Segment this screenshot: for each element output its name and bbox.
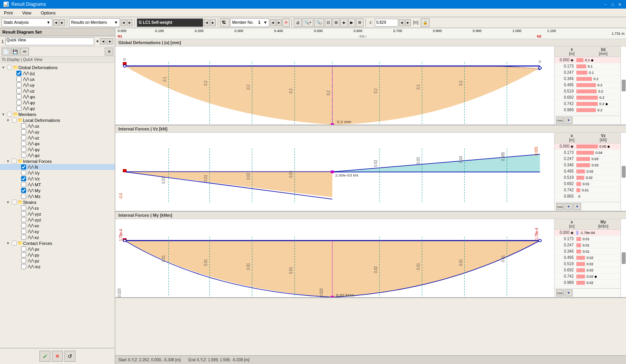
analysis-prev[interactable]: ◄ — [53, 19, 59, 26]
panel-new-btn[interactable]: 📄 — [2, 48, 10, 55]
diagrams-area[interactable]: Global Deformations | |u| [mm] — [115, 39, 626, 355]
checkbox-Mz[interactable] — [21, 194, 26, 199]
reset-button[interactable]: ↺ — [64, 351, 75, 362]
checkbox-local-uz[interactable] — [21, 135, 26, 140]
tree-item-abs-u[interactable]: ▼ |u| — [0, 70, 115, 76]
tree-ex[interactable]: ▼ εx — [0, 205, 115, 211]
scroll-right-1[interactable] — [621, 46, 626, 125]
checkbox-N[interactable] — [21, 164, 26, 170]
quick-view-select[interactable]: Quick View — [5, 37, 95, 45]
checkbox-phix[interactable] — [16, 94, 21, 99]
minimize-button[interactable]: − — [603, 1, 609, 7]
tree-local-uy[interactable]: ▼ uy — [0, 129, 115, 135]
checkbox-mz[interactable] — [21, 264, 26, 269]
tree-group-global-def[interactable]: ▼ 📁 Global Deformations — [0, 64, 115, 70]
filter-btn-3[interactable]: ▼ — [565, 289, 572, 296]
checkbox-pz[interactable] — [21, 258, 26, 263]
menu-options[interactable]: Options — [38, 10, 58, 16]
tree-yyz1[interactable]: ▼ γyz — [0, 211, 115, 217]
checkbox-uz[interactable] — [16, 88, 21, 93]
checkbox-py[interactable] — [21, 252, 26, 257]
checkbox-My[interactable] — [21, 188, 26, 193]
tree-group-members[interactable]: ▼ 📁 Members — [0, 111, 115, 117]
tree-Vz[interactable]: ▼ Vz — [0, 176, 115, 182]
checkbox-internal-forces[interactable] — [12, 159, 17, 164]
diagram-global-def-canvas[interactable]: 0.1 0.2 0.2 0.2 0.2 0.2 0.2 0.2 — [115, 46, 554, 125]
tree-ky[interactable]: ▼ κy — [0, 228, 115, 234]
panel-prev-btn[interactable]: ◄ — [100, 38, 106, 45]
tree-item-phix[interactable]: ▼ φx — [0, 94, 115, 100]
tree-kz[interactable]: ▼ κz — [0, 234, 115, 240]
print-btn[interactable]: 🖨 — [294, 18, 302, 27]
checkbox-local-uy[interactable] — [21, 129, 26, 134]
scroll-right-2[interactable] — [621, 133, 626, 211]
checkbox-abs-u[interactable] — [16, 71, 21, 76]
tree-MT[interactable]: ▼ MT — [0, 182, 115, 187]
checkbox-Vz[interactable] — [21, 176, 26, 181]
expand-local-def[interactable]: ▼ — [6, 118, 11, 122]
tree-item-phiz[interactable]: ▼ φz — [0, 105, 115, 111]
tree-group-contact-forces[interactable]: ▼ 📁 Contact Forces — [0, 240, 115, 246]
diagram-my-canvas[interactable]: 0.01 0.01 0.01 0.01 0.02 0.01 0.01 0.01 … — [115, 219, 554, 297]
settings-btn[interactable]: ⚙ — [356, 18, 363, 27]
tree-local-ux[interactable]: ▼ ux — [0, 123, 115, 129]
analysis-next[interactable]: ► — [59, 19, 65, 26]
checkbox-global-def[interactable] — [7, 65, 12, 70]
zoom-out-btn[interactable]: 🔍- — [314, 18, 324, 27]
results-next[interactable]: ► — [127, 19, 132, 26]
checkbox-yyz2[interactable] — [21, 217, 26, 222]
checkbox-ky[interactable] — [21, 229, 26, 234]
checkbox-phiz[interactable] — [16, 106, 21, 111]
tree-kx[interactable]: ▼ κx — [0, 223, 115, 228]
menu-print[interactable]: Print — [2, 10, 15, 16]
tree-local-phiy[interactable]: ▼ φy — [0, 146, 115, 152]
lc-button[interactable]: G LC1 Self-weight — [137, 18, 203, 27]
checkbox-ex[interactable] — [21, 205, 26, 211]
checkbox-uy[interactable] — [16, 82, 21, 87]
panel-save-btn[interactable]: 💾 — [11, 48, 20, 55]
tree-item-uy[interactable]: ▼ uy — [0, 82, 115, 88]
x-prev[interactable]: ◄ — [399, 19, 404, 26]
anim-btn[interactable]: ▶ — [348, 18, 355, 27]
checkbox-px[interactable] — [21, 246, 26, 252]
checkbox-strains[interactable] — [12, 200, 17, 205]
results-dropdown[interactable]: Results on Members ▼ — [69, 18, 120, 27]
checkbox-Vy[interactable] — [21, 170, 26, 175]
tree-item-phiy[interactable]: ▼ φy — [0, 100, 115, 105]
member-prev[interactable]: ◄ — [270, 19, 275, 26]
member-next[interactable]: ► — [276, 19, 282, 26]
menu-view[interactable]: View — [20, 10, 34, 16]
checkbox-local-phix[interactable] — [21, 141, 26, 146]
tree-item-uz[interactable]: ▼ uz — [0, 88, 115, 94]
diagram-vz-canvas[interactable]: 0.01 0.01 0.02 0.03 0.02 0.03 0.04 0.005… — [115, 133, 554, 211]
tree-item-ux[interactable]: ▼ ux — [0, 76, 115, 82]
maximize-button[interactable]: □ — [610, 1, 616, 7]
analysis-dropdown[interactable]: Static Analysis ▼ — [2, 18, 52, 27]
tree-group-strains[interactable]: ▼ 📁 Strains — [0, 199, 115, 205]
filter-btn-2[interactable]: ▼ — [565, 203, 572, 210]
ok-button[interactable]: ✓ — [39, 351, 50, 362]
expand-contact-forces[interactable]: ▼ — [6, 241, 11, 245]
results-prev[interactable]: ◄ — [121, 19, 126, 26]
cancel-button[interactable]: ✕ — [52, 351, 63, 362]
tree-py[interactable]: ▼ py — [0, 252, 115, 258]
tree-yyz2[interactable]: ▼ γyz — [0, 217, 115, 223]
checkbox-phiy[interactable] — [16, 100, 21, 105]
checkbox-local-phiy[interactable] — [21, 147, 26, 152]
checkbox-local-ux[interactable] — [21, 123, 26, 128]
panel-close-btn[interactable]: ✕ — [105, 48, 113, 55]
render-btn[interactable]: ◈ — [340, 18, 347, 27]
tree-My[interactable]: ▼ My — [0, 187, 115, 193]
lc-next[interactable]: ► — [210, 19, 216, 26]
tree-pz[interactable]: ▼ pz — [0, 258, 115, 264]
tree-local-phix[interactable]: ▼ φx — [0, 141, 115, 146]
zoom-in-btn[interactable]: 🔍+ — [302, 18, 313, 27]
tree-N[interactable]: ▼ N — [0, 164, 115, 170]
tree-Mz[interactable]: ▼ Mz — [0, 193, 115, 199]
tree-group-local-def[interactable]: ▼ 📁 Local Deformations — [0, 117, 115, 123]
expand-members[interactable]: ▼ — [2, 112, 6, 116]
member-icon-btn[interactable]: 🏗 — [220, 18, 229, 27]
checkbox-ux[interactable] — [16, 77, 21, 82]
expand-global-def[interactable]: ▼ — [2, 66, 6, 70]
filter-btn-1[interactable]: ▼ — [565, 117, 572, 124]
